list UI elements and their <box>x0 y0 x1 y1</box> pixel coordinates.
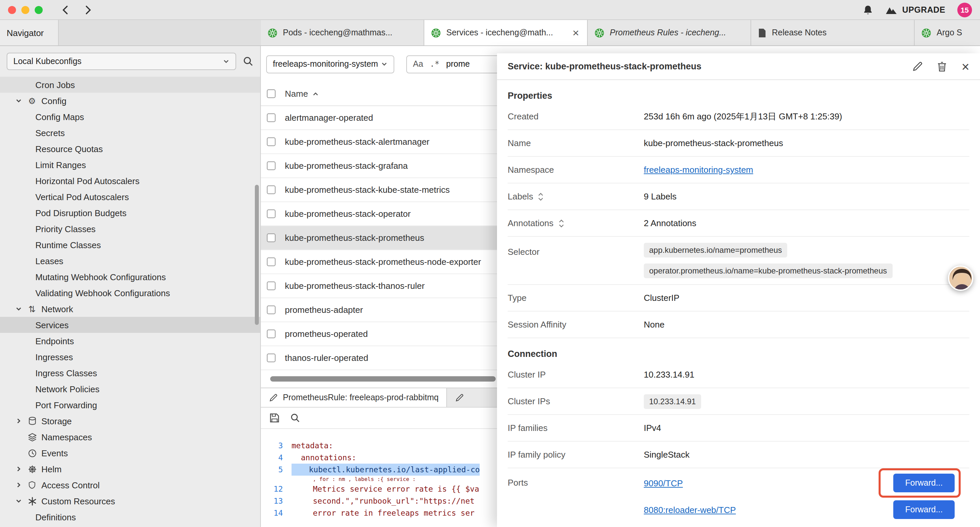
sidebar-group-network[interactable]: ⇅ Network <box>0 301 260 317</box>
sidebar-group-config[interactable]: ⚙ Config <box>0 93 260 109</box>
notification-count-badge[interactable]: 15 <box>957 2 972 17</box>
titlebar: UPGRADE 15 <box>0 0 980 20</box>
row-checkbox[interactable] <box>267 258 275 266</box>
kubeconfig-select[interactable]: Local Kubeconfigs <box>7 53 236 70</box>
sidebar-item-resource-quotas[interactable]: Resource Quotas <box>0 141 260 157</box>
editor-tab-label: PrometheusRule: freeleaps-prod-rabbitmq <box>283 393 439 402</box>
editor-tab-prometheusrule[interactable]: PrometheusRule: freeleaps-prod-rabbitmq <box>261 388 447 407</box>
chevron-right-icon <box>15 466 23 472</box>
tab-pods[interactable]: Pods - icecheng@mathmas... <box>261 20 424 45</box>
regex-toggle[interactable]: .* <box>430 59 440 69</box>
sidebar-item-horizontal-pod-autoscalers[interactable]: Horizontal Pod Autoscalers <box>0 173 260 189</box>
row-checkbox[interactable] <box>267 185 275 194</box>
sidebar-item-secrets[interactable]: Secrets <box>0 125 260 141</box>
service-name: alertmanager-operated <box>285 113 373 123</box>
sidebar-group-storage[interactable]: Storage <box>0 413 260 429</box>
notifications-bell-icon[interactable] <box>863 4 873 15</box>
selector-chip: app.kubernetes.io/name=prometheus <box>644 243 787 258</box>
row-checkbox[interactable] <box>267 113 275 122</box>
horizontal-scrollbar[interactable] <box>270 376 496 382</box>
properties-heading: Properties <box>508 91 969 101</box>
sidebar-item-leases[interactable]: Leases <box>0 253 260 269</box>
tab-release-notes[interactable]: Release Notes <box>751 20 915 45</box>
selector-chip: operator.prometheus.io/name=kube-prometh… <box>644 263 892 278</box>
sidebar-item-validating-webhook-configurations[interactable]: Validating Webhook Configurations <box>0 285 260 301</box>
sidebar-item-mutating-webhook-configurations[interactable]: Mutating Webhook Configurations <box>0 269 260 285</box>
sidebar-item-definitions[interactable]: Definitions <box>0 509 260 525</box>
edit-pencil-icon[interactable] <box>912 61 923 72</box>
forward-button[interactable]: Forward... <box>893 474 955 492</box>
connection-heading: Connection <box>508 349 969 359</box>
row-checkbox[interactable] <box>267 161 275 170</box>
tab-navigator[interactable]: Navigator <box>0 20 59 45</box>
sidebar-item-ingress-classes[interactable]: Ingress Classes <box>0 365 260 381</box>
kubernetes-icon <box>431 28 441 38</box>
row-checkbox[interactable] <box>267 330 275 338</box>
tab-argo[interactable]: Argo S <box>915 20 980 45</box>
upgrade-mountain-icon <box>886 5 897 14</box>
save-icon[interactable] <box>269 413 280 423</box>
forward-button[interactable]: Forward... <box>893 500 955 519</box>
sidebar-item-priority-classes[interactable]: Priority Classes <box>0 221 260 237</box>
session-affinity-row: Session Affinity None <box>508 312 969 338</box>
row-checkbox[interactable] <box>267 209 275 218</box>
sidebar-item-network-policies[interactable]: Network Policies <box>0 381 260 397</box>
port-line: 9090/TCP Forward... <box>644 474 969 492</box>
type-row: Type ClusterIP <box>508 285 969 312</box>
zoom-window-button[interactable] <box>35 6 43 14</box>
match-case-toggle[interactable]: Aa <box>413 59 423 69</box>
close-drawer-icon[interactable]: × <box>962 60 969 73</box>
select-all-checkbox[interactable] <box>267 89 275 98</box>
sidebar-search-icon[interactable] <box>243 56 253 67</box>
sidebar-item-endpoints[interactable]: Endpoints <box>0 333 260 349</box>
editor-search-icon[interactable] <box>290 413 300 423</box>
delete-trash-icon[interactable] <box>938 61 947 72</box>
port-link[interactable]: 9090/TCP <box>644 478 683 488</box>
sidebar-item-namespaces[interactable]: Namespaces <box>0 429 260 445</box>
expand-updown-icon[interactable] <box>558 219 564 227</box>
sidebar-group-custom-resources[interactable]: Custom Resources <box>0 493 260 509</box>
search-query: prome <box>446 59 470 69</box>
forward-icon[interactable] <box>83 4 94 15</box>
minimize-window-button[interactable] <box>21 6 29 14</box>
sidebar-item-port-forwarding[interactable]: Port Forwarding <box>0 397 260 413</box>
sidebar-group-access-control[interactable]: Access Control <box>0 477 260 493</box>
sidebar-item-runtime-classes[interactable]: Runtime Classes <box>0 237 260 253</box>
sidebar-item-cron-jobs[interactable]: Cron Jobs <box>0 77 260 93</box>
service-name: prometheus-adapter <box>285 305 363 315</box>
kubernetes-icon <box>267 28 277 38</box>
row-checkbox[interactable] <box>267 306 275 314</box>
sidebar-item-pod-disruption-budgets[interactable]: Pod Disruption Budgets <box>0 205 260 221</box>
expand-updown-icon[interactable] <box>538 193 544 201</box>
namespace-link[interactable]: freeleaps-monitoring-system <box>644 165 753 175</box>
row-checkbox[interactable] <box>267 137 275 146</box>
sidebar-item-limit-ranges[interactable]: Limit Ranges <box>0 157 260 173</box>
chevron-down-icon <box>15 306 23 312</box>
service-name: kube-prometheus-stack-prometheus <box>285 233 424 243</box>
back-icon[interactable] <box>60 4 71 15</box>
sidebar-item-ingresses[interactable]: Ingresses <box>0 349 260 365</box>
namespace-filter-select[interactable]: freeleaps-monitoring-system <box>266 55 394 73</box>
close-tab-icon[interactable]: × <box>571 27 581 38</box>
row-checkbox[interactable] <box>267 234 275 242</box>
name-column-header[interactable]: Name <box>285 89 318 99</box>
sidebar-scrollbar[interactable] <box>255 185 259 325</box>
namespace-filter-value: freeleaps-monitoring-system <box>273 59 378 69</box>
upgrade-button[interactable]: UPGRADE <box>886 5 945 14</box>
sidebar-item-vertical-pod-autoscalers[interactable]: Vertical Pod Autoscalers <box>0 189 260 205</box>
service-name: thanos-ruler-operated <box>285 353 368 363</box>
close-window-button[interactable] <box>8 6 16 14</box>
sidebar-item-services[interactable]: Services <box>0 317 260 333</box>
port-link[interactable]: 8080:reloader-web/TCP <box>644 505 736 515</box>
upgrade-label: UPGRADE <box>902 5 945 14</box>
sidebar-item-events[interactable]: Events <box>0 445 260 461</box>
sidebar-item-config-maps[interactable]: Config Maps <box>0 109 260 125</box>
tab-label: Services - icecheng@math... <box>446 28 566 37</box>
sidebar-group-helm[interactable]: Helm <box>0 461 260 477</box>
row-checkbox[interactable] <box>267 353 275 362</box>
user-avatar[interactable] <box>948 266 973 291</box>
tab-services[interactable]: Services - icecheng@math... × <box>424 20 588 45</box>
service-name: kube-prometheus-stack-operator <box>285 209 410 219</box>
tab-prometheus-rules[interactable]: Prometheus Rules - icecheng... <box>588 20 751 45</box>
row-checkbox[interactable] <box>267 282 275 290</box>
